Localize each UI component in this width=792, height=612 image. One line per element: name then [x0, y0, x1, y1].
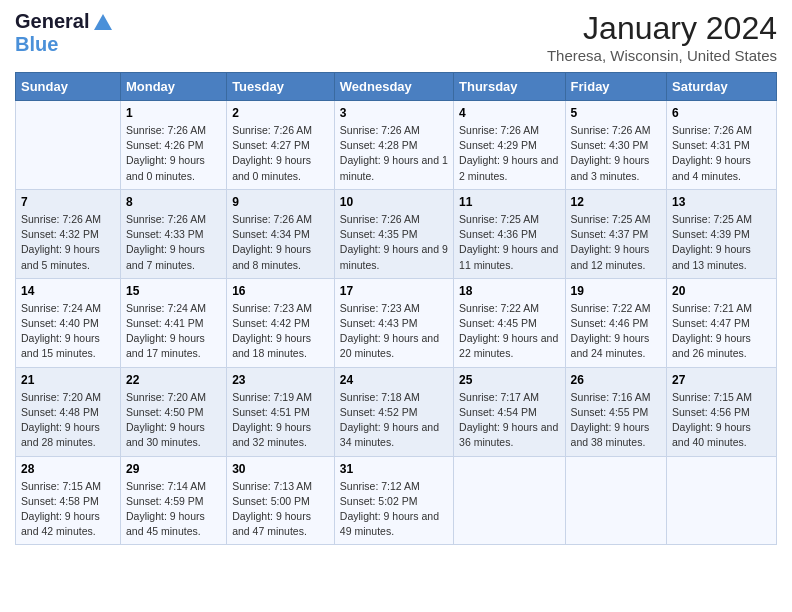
cell-info: Sunrise: 7:25 AMSunset: 4:36 PMDaylight:…	[459, 212, 560, 273]
day-number: 2	[232, 106, 329, 120]
calendar-week-row: 28Sunrise: 7:15 AMSunset: 4:58 PMDayligh…	[16, 456, 777, 545]
page-header: General Blue January 2024 Theresa, Wisco…	[15, 10, 777, 64]
day-number: 12	[571, 195, 661, 209]
calendar-table: SundayMondayTuesdayWednesdayThursdayFrid…	[15, 72, 777, 545]
cell-info: Sunrise: 7:21 AMSunset: 4:47 PMDaylight:…	[672, 301, 771, 362]
day-header-monday: Monday	[120, 73, 226, 101]
day-header-tuesday: Tuesday	[227, 73, 335, 101]
calendar-cell: 5Sunrise: 7:26 AMSunset: 4:30 PMDaylight…	[565, 101, 666, 190]
calendar-cell: 8Sunrise: 7:26 AMSunset: 4:33 PMDaylight…	[120, 189, 226, 278]
cell-info: Sunrise: 7:23 AMSunset: 4:42 PMDaylight:…	[232, 301, 329, 362]
logo-general-text: General	[15, 10, 89, 33]
day-number: 10	[340, 195, 448, 209]
cell-info: Sunrise: 7:17 AMSunset: 4:54 PMDaylight:…	[459, 390, 560, 451]
calendar-cell: 7Sunrise: 7:26 AMSunset: 4:32 PMDaylight…	[16, 189, 121, 278]
calendar-cell: 28Sunrise: 7:15 AMSunset: 4:58 PMDayligh…	[16, 456, 121, 545]
day-number: 11	[459, 195, 560, 209]
cell-info: Sunrise: 7:26 AMSunset: 4:29 PMDaylight:…	[459, 123, 560, 184]
calendar-cell: 26Sunrise: 7:16 AMSunset: 4:55 PMDayligh…	[565, 367, 666, 456]
day-header-wednesday: Wednesday	[334, 73, 453, 101]
calendar-title: January 2024	[547, 10, 777, 47]
calendar-cell: 24Sunrise: 7:18 AMSunset: 4:52 PMDayligh…	[334, 367, 453, 456]
calendar-week-row: 21Sunrise: 7:20 AMSunset: 4:48 PMDayligh…	[16, 367, 777, 456]
title-block: January 2024 Theresa, Wisconsin, United …	[547, 10, 777, 64]
calendar-cell	[565, 456, 666, 545]
day-number: 26	[571, 373, 661, 387]
day-number: 24	[340, 373, 448, 387]
cell-info: Sunrise: 7:16 AMSunset: 4:55 PMDaylight:…	[571, 390, 661, 451]
calendar-cell: 19Sunrise: 7:22 AMSunset: 4:46 PMDayligh…	[565, 278, 666, 367]
cell-info: Sunrise: 7:15 AMSunset: 4:56 PMDaylight:…	[672, 390, 771, 451]
cell-info: Sunrise: 7:12 AMSunset: 5:02 PMDaylight:…	[340, 479, 448, 540]
cell-info: Sunrise: 7:14 AMSunset: 4:59 PMDaylight:…	[126, 479, 221, 540]
day-number: 17	[340, 284, 448, 298]
day-header-saturday: Saturday	[667, 73, 777, 101]
cell-info: Sunrise: 7:24 AMSunset: 4:41 PMDaylight:…	[126, 301, 221, 362]
calendar-cell: 23Sunrise: 7:19 AMSunset: 4:51 PMDayligh…	[227, 367, 335, 456]
logo-triangle-icon	[94, 14, 112, 30]
day-number: 18	[459, 284, 560, 298]
cell-info: Sunrise: 7:26 AMSunset: 4:35 PMDaylight:…	[340, 212, 448, 273]
cell-info: Sunrise: 7:24 AMSunset: 4:40 PMDaylight:…	[21, 301, 115, 362]
calendar-cell: 14Sunrise: 7:24 AMSunset: 4:40 PMDayligh…	[16, 278, 121, 367]
day-number: 3	[340, 106, 448, 120]
calendar-cell: 2Sunrise: 7:26 AMSunset: 4:27 PMDaylight…	[227, 101, 335, 190]
cell-info: Sunrise: 7:13 AMSunset: 5:00 PMDaylight:…	[232, 479, 329, 540]
calendar-cell: 11Sunrise: 7:25 AMSunset: 4:36 PMDayligh…	[454, 189, 566, 278]
day-number: 4	[459, 106, 560, 120]
day-number: 19	[571, 284, 661, 298]
calendar-week-row: 7Sunrise: 7:26 AMSunset: 4:32 PMDaylight…	[16, 189, 777, 278]
day-number: 29	[126, 462, 221, 476]
cell-info: Sunrise: 7:18 AMSunset: 4:52 PMDaylight:…	[340, 390, 448, 451]
days-header-row: SundayMondayTuesdayWednesdayThursdayFrid…	[16, 73, 777, 101]
calendar-cell: 12Sunrise: 7:25 AMSunset: 4:37 PMDayligh…	[565, 189, 666, 278]
day-number: 1	[126, 106, 221, 120]
cell-info: Sunrise: 7:20 AMSunset: 4:48 PMDaylight:…	[21, 390, 115, 451]
logo-blue-text: Blue	[15, 33, 58, 56]
cell-info: Sunrise: 7:22 AMSunset: 4:46 PMDaylight:…	[571, 301, 661, 362]
calendar-cell: 30Sunrise: 7:13 AMSunset: 5:00 PMDayligh…	[227, 456, 335, 545]
calendar-cell: 22Sunrise: 7:20 AMSunset: 4:50 PMDayligh…	[120, 367, 226, 456]
day-number: 21	[21, 373, 115, 387]
cell-info: Sunrise: 7:25 AMSunset: 4:37 PMDaylight:…	[571, 212, 661, 273]
calendar-cell: 21Sunrise: 7:20 AMSunset: 4:48 PMDayligh…	[16, 367, 121, 456]
day-number: 25	[459, 373, 560, 387]
cell-info: Sunrise: 7:26 AMSunset: 4:27 PMDaylight:…	[232, 123, 329, 184]
calendar-cell: 3Sunrise: 7:26 AMSunset: 4:28 PMDaylight…	[334, 101, 453, 190]
cell-info: Sunrise: 7:26 AMSunset: 4:30 PMDaylight:…	[571, 123, 661, 184]
calendar-cell: 9Sunrise: 7:26 AMSunset: 4:34 PMDaylight…	[227, 189, 335, 278]
calendar-subtitle: Theresa, Wisconsin, United States	[547, 47, 777, 64]
calendar-cell: 13Sunrise: 7:25 AMSunset: 4:39 PMDayligh…	[667, 189, 777, 278]
day-number: 27	[672, 373, 771, 387]
calendar-cell: 6Sunrise: 7:26 AMSunset: 4:31 PMDaylight…	[667, 101, 777, 190]
calendar-cell	[16, 101, 121, 190]
calendar-cell: 15Sunrise: 7:24 AMSunset: 4:41 PMDayligh…	[120, 278, 226, 367]
calendar-cell: 31Sunrise: 7:12 AMSunset: 5:02 PMDayligh…	[334, 456, 453, 545]
logo: General Blue	[15, 10, 112, 56]
cell-info: Sunrise: 7:26 AMSunset: 4:32 PMDaylight:…	[21, 212, 115, 273]
day-number: 20	[672, 284, 771, 298]
cell-info: Sunrise: 7:26 AMSunset: 4:26 PMDaylight:…	[126, 123, 221, 184]
day-number: 28	[21, 462, 115, 476]
calendar-cell	[667, 456, 777, 545]
cell-info: Sunrise: 7:26 AMSunset: 4:33 PMDaylight:…	[126, 212, 221, 273]
cell-info: Sunrise: 7:25 AMSunset: 4:39 PMDaylight:…	[672, 212, 771, 273]
calendar-cell: 27Sunrise: 7:15 AMSunset: 4:56 PMDayligh…	[667, 367, 777, 456]
cell-info: Sunrise: 7:22 AMSunset: 4:45 PMDaylight:…	[459, 301, 560, 362]
day-number: 15	[126, 284, 221, 298]
day-number: 5	[571, 106, 661, 120]
day-number: 13	[672, 195, 771, 209]
day-header-thursday: Thursday	[454, 73, 566, 101]
day-header-sunday: Sunday	[16, 73, 121, 101]
cell-info: Sunrise: 7:23 AMSunset: 4:43 PMDaylight:…	[340, 301, 448, 362]
calendar-cell: 18Sunrise: 7:22 AMSunset: 4:45 PMDayligh…	[454, 278, 566, 367]
calendar-cell: 17Sunrise: 7:23 AMSunset: 4:43 PMDayligh…	[334, 278, 453, 367]
day-header-friday: Friday	[565, 73, 666, 101]
calendar-week-row: 1Sunrise: 7:26 AMSunset: 4:26 PMDaylight…	[16, 101, 777, 190]
cell-info: Sunrise: 7:26 AMSunset: 4:28 PMDaylight:…	[340, 123, 448, 184]
calendar-week-row: 14Sunrise: 7:24 AMSunset: 4:40 PMDayligh…	[16, 278, 777, 367]
day-number: 22	[126, 373, 221, 387]
cell-info: Sunrise: 7:26 AMSunset: 4:34 PMDaylight:…	[232, 212, 329, 273]
day-number: 8	[126, 195, 221, 209]
calendar-cell	[454, 456, 566, 545]
